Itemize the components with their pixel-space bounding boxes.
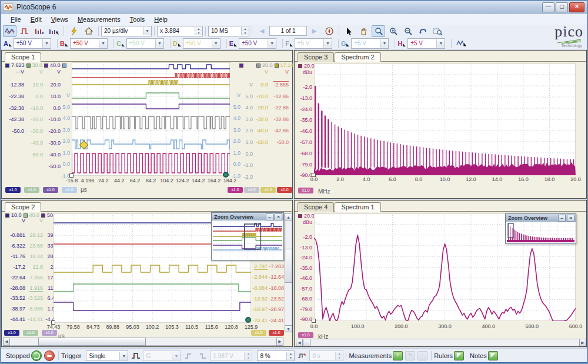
menu-item-tools[interactable]: Tools — [125, 15, 150, 24]
trigger-point-marker[interactable] — [245, 317, 251, 323]
spectrum-view-button[interactable] — [32, 25, 46, 37]
menu-item-measurements[interactable]: Measurements — [73, 15, 125, 24]
horizontal-scrollbar-track[interactable] — [296, 339, 586, 346]
zoom-overview-content[interactable] — [213, 221, 282, 259]
hand-tool-button[interactable] — [357, 25, 370, 37]
tab-scope-1[interactable]: Scope 1 — [5, 52, 41, 62]
scale-badge[interactable]: x1.0 — [260, 187, 276, 193]
zoom-in-tool-button[interactable] — [386, 25, 400, 37]
channel-range-select-g[interactable]: ±5 V▼ — [351, 38, 389, 49]
maximize-button[interactable]: ▢ — [556, 2, 568, 12]
next-buffer-button[interactable]: ▶ — [308, 25, 321, 37]
pointer-tool-button[interactable] — [342, 25, 356, 37]
menu-item-file[interactable]: File — [6, 15, 26, 24]
tab-scope-2[interactable]: Scope 2 — [5, 202, 41, 212]
scale-badge[interactable]: x1.0 — [228, 187, 243, 193]
scale-badge[interactable]: x1.0 — [277, 187, 292, 193]
spinner-arrows-icon[interactable]: ▲▼ — [286, 352, 294, 360]
channel-range-select-b[interactable]: ±50 V▼ — [70, 38, 108, 49]
scroll-right-arrow[interactable]: ▶ — [276, 338, 283, 346]
vertical-scrollbar-thumb[interactable] — [285, 249, 292, 283]
trigger-point-marker[interactable] — [223, 172, 229, 178]
scope1-plot[interactable] — [72, 62, 230, 176]
zoom-overview-content[interactable] — [507, 222, 574, 242]
channel-range-select-f[interactable]: ±5 V▼ — [295, 38, 332, 49]
edit-measurement-button[interactable]: ✎ — [405, 351, 415, 360]
zoom-tool-button[interactable] — [372, 25, 385, 37]
scroll-left-arrow[interactable]: ◀ — [3, 338, 10, 346]
holdoff-spinner[interactable]: 0 s ▲▼ — [309, 350, 343, 361]
menu-item-views[interactable]: Views — [46, 15, 73, 24]
overview-close-button[interactable]: × — [567, 215, 574, 222]
marquee-zoom-button[interactable] — [430, 25, 444, 37]
axis-origin-marker[interactable] — [312, 319, 316, 323]
scroll-right-arrow[interactable]: ▶ — [579, 339, 586, 346]
math-channels-button[interactable] — [455, 38, 468, 49]
spectrum2-plot[interactable] — [314, 64, 576, 175]
auto-setup-button[interactable] — [67, 25, 81, 37]
home-button[interactable] — [82, 25, 95, 37]
overview-minimize-button[interactable]: – — [558, 215, 566, 222]
tab-scope-3[interactable]: Scope 3 — [298, 52, 334, 62]
horizontal-scrollbar-thumb[interactable] — [38, 338, 146, 346]
axis-origin-marker[interactable] — [69, 173, 74, 178]
zoom-factor-spinner[interactable]: x 3.884 ▲▼ — [157, 26, 203, 36]
rulers-button[interactable]: ◤ — [454, 351, 464, 360]
add-measurement-button[interactable]: + — [393, 351, 403, 360]
scroll-up-arrow[interactable]: ▲ — [285, 213, 292, 221]
scale-badge[interactable]: x1.0 — [43, 187, 58, 193]
spinner-arrows-icon[interactable]: ▲▼ — [241, 27, 249, 35]
axis-origin-marker[interactable] — [51, 320, 55, 325]
tab-spectrum-2[interactable]: Spectrum 2 — [335, 52, 380, 62]
overview-close-button[interactable]: × — [275, 213, 282, 221]
minimize-button[interactable]: — — [542, 2, 554, 12]
rising-edge-button[interactable] — [181, 350, 195, 362]
scale-badge[interactable]: x1.0 — [251, 330, 266, 336]
close-button[interactable]: ✕ — [569, 2, 584, 12]
scale-badge[interactable]: x1.0 — [5, 187, 21, 193]
menu-item-edit[interactable]: Edit — [26, 15, 46, 24]
scale-badge[interactable]: x1.0 — [42, 330, 57, 336]
buffer-navigator-button[interactable] — [322, 25, 336, 37]
add-view-button[interactable] — [47, 25, 61, 37]
spinner-arrows-icon[interactable]: ▲▼ — [195, 27, 202, 35]
scale-badge[interactable]: x1.0 — [298, 332, 313, 338]
scroll-down-arrow[interactable]: ▼ — [285, 325, 292, 332]
trigger-mode-select[interactable]: Single ▼ — [86, 350, 128, 361]
trigger-source-select[interactable]: G ▼ — [143, 350, 181, 361]
channel-range-select-e[interactable]: ±50 V▼ — [239, 38, 276, 49]
zoom-overview-window[interactable]: Zoom Overview–× — [505, 213, 576, 244]
channel-range-select-d[interactable]: ±50 V▼ — [183, 38, 220, 49]
prev-buffer-button[interactable]: ◀ — [255, 25, 269, 37]
edge-trigger-button[interactable] — [129, 350, 142, 362]
scroll-left-arrow[interactable]: ◀ — [296, 339, 303, 346]
notes-button[interactable]: ◤ — [488, 351, 498, 360]
tab-scope-4[interactable]: Scope 4 — [298, 202, 334, 212]
trigger-level-spinner[interactable]: 1.987 V ▲▼ — [210, 350, 252, 361]
scale-badge[interactable]: x1.0 — [24, 187, 39, 193]
scale-badge[interactable]: x1.0 — [298, 188, 313, 193]
menu-item-help[interactable]: Help — [149, 15, 172, 24]
stop-capture-button[interactable] — [44, 350, 55, 361]
scope-view-button[interactable] — [3, 25, 16, 37]
channel-range-select-h[interactable]: ±5 V▼ — [407, 38, 445, 49]
timebase-select[interactable]: 20 µs/div ▼ — [101, 26, 152, 36]
scale-badge[interactable]: x1.0 — [23, 330, 38, 336]
title-bar[interactable]: PicoScope 6 — ▢ ✕ — [0, 0, 588, 15]
start-capture-button[interactable] — [31, 350, 42, 361]
zoom-overview-window[interactable]: Zoom Overview–× — [211, 212, 284, 261]
tab-spectrum-1[interactable]: Spectrum 1 — [335, 202, 380, 212]
overview-minimize-button[interactable]: – — [266, 213, 273, 221]
channel-range-select-c[interactable]: ±50 V▼ — [126, 38, 164, 49]
scale-badge[interactable]: x1.0 — [4, 330, 19, 336]
zoom-overview-titlebar[interactable]: Zoom Overview–× — [506, 214, 576, 222]
samples-spinner[interactable]: 10 MS ▲▼ — [208, 26, 249, 36]
zoom-overview-titlebar[interactable]: Zoom Overview–× — [212, 213, 283, 221]
scale-badge[interactable]: x1.0 — [269, 330, 284, 336]
delete-measurement-button[interactable]: − — [417, 351, 427, 360]
persistence-view-button[interactable] — [18, 25, 31, 37]
post-trigger-arrow-button[interactable] — [295, 350, 309, 362]
zoom-out-tool-button[interactable] — [401, 25, 415, 37]
undo-zoom-button[interactable] — [416, 25, 429, 37]
falling-edge-button[interactable] — [196, 350, 209, 362]
